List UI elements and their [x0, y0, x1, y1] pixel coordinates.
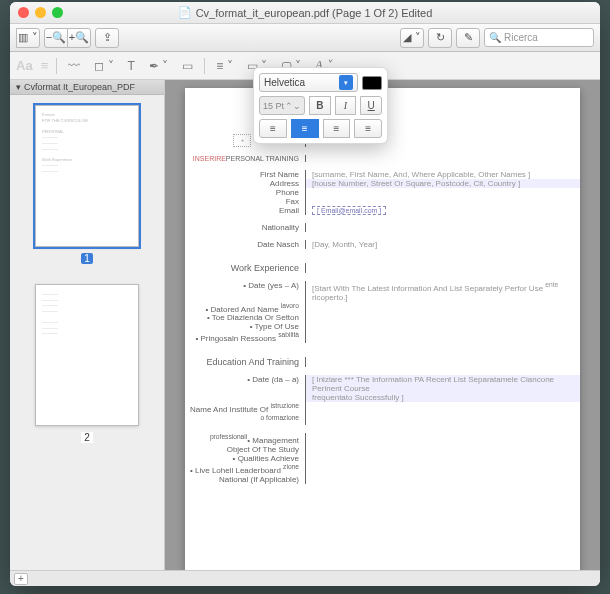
- page-thumbnail-1[interactable]: FormatFOR THE CURRICULUMPERSONAL————————…: [35, 105, 139, 247]
- list-style-button[interactable]: ≡: [41, 58, 49, 73]
- close-window[interactable]: [18, 7, 29, 18]
- minimize-window[interactable]: [35, 7, 46, 18]
- shapes-button[interactable]: ◻ ˅: [91, 59, 116, 73]
- edu-date-value[interactable]: [ Iniziare *** The Information PA Recent…: [312, 375, 554, 393]
- align-justify-button[interactable]: ≡: [354, 119, 382, 138]
- firstname-value[interactable]: [surname, First Name, And, Where Applica…: [305, 170, 580, 179]
- section-personal: PERSONAL TRAINING: [226, 155, 299, 162]
- level-label: • Live Lohell Leaderboard: [190, 466, 281, 475]
- sidebar-toggle[interactable]: ▥ ˅: [16, 28, 40, 48]
- note-button[interactable]: ▭: [179, 59, 196, 73]
- markup-button[interactable]: ✎: [456, 28, 480, 48]
- sketch-button[interactable]: 〰: [65, 59, 83, 73]
- font-color-swatch[interactable]: [362, 76, 382, 90]
- zoom-in-button[interactable]: +🔍: [67, 28, 91, 48]
- thumbnails-sidebar: ▾Cvformat It_European_PDF FormatFOR THE …: [10, 80, 165, 570]
- work-date-label: • Date (yes – A): [185, 281, 305, 302]
- page-label-1: 1: [81, 253, 93, 264]
- align-right-button[interactable]: ≡: [323, 119, 351, 138]
- dob-value[interactable]: [Day, Month, Year]: [305, 240, 580, 249]
- email-label: Email: [185, 206, 305, 215]
- zoom-out-button[interactable]: −🔍: [44, 28, 68, 48]
- add-page-button[interactable]: +: [14, 573, 28, 585]
- italic-button[interactable]: I: [335, 96, 357, 115]
- page-label-2: 2: [81, 432, 93, 443]
- phone-label: Phone: [185, 188, 305, 197]
- font-family-select[interactable]: Helvetica▾: [259, 73, 358, 92]
- firstname-label: First Name: [185, 170, 305, 179]
- edu-date-label: • Date (da – a): [185, 375, 305, 402]
- underline-button[interactable]: U: [360, 96, 382, 115]
- document-area[interactable]: Format FOR THE C ⋆ INSERIREPERSONAL TRAI…: [165, 80, 600, 570]
- align-left-button[interactable]: ≡: [259, 119, 287, 138]
- highlight-button[interactable]: ◢ ˅: [400, 28, 424, 48]
- font-popover: Helvetica▾ 15 Pt⌃⌄ B I U ≡ ≡ ≡ ≡: [253, 67, 388, 144]
- company-label: • Toe Diazienda Or Setton: [185, 313, 305, 322]
- titlebar: 📄Cv_format_it_european.pdf (Page 1 Of 2)…: [10, 2, 600, 24]
- footer: +: [10, 570, 600, 586]
- rotate-button[interactable]: ↻: [428, 28, 452, 48]
- fax-label: Fax: [185, 197, 305, 206]
- eu-flag-icon: ⋆: [233, 134, 251, 147]
- email-value[interactable]: [ Email@email.com ]: [312, 206, 386, 215]
- resp-label: • Pringosaln Ressoons: [195, 334, 276, 343]
- share-button[interactable]: ⇪: [95, 28, 119, 48]
- zoom-window[interactable]: [52, 7, 63, 18]
- section-work: Work Experience: [185, 263, 305, 273]
- main-toolbar: ▥ ˅ −🔍 +🔍 ⇪ ◢ ˅ ↻ ✎ 🔍Ricerca: [10, 24, 600, 52]
- window-title: Cv_format_it_european.pdf (Page 1 Of 2) …: [196, 7, 433, 19]
- national-label: National (If Applicable): [185, 475, 305, 484]
- work-date-value[interactable]: [Start With The Latest Information And L…: [312, 284, 543, 293]
- sidebar-header: ▾Cvformat It_European_PDF: [10, 80, 164, 95]
- text-button[interactable]: T: [125, 59, 138, 73]
- font-size-stepper[interactable]: 15 Pt⌃⌄: [259, 96, 305, 115]
- align-button[interactable]: ≡ ˅: [213, 59, 235, 73]
- address-value[interactable]: [house Number, Street Or Square, Postcod…: [305, 179, 580, 188]
- dob-label: Date Nasch: [185, 240, 305, 249]
- page-thumbnail-2[interactable]: ————————————————————————————: [35, 284, 139, 426]
- sign-button[interactable]: ✒ ˅: [146, 59, 171, 73]
- search-icon: 🔍: [489, 32, 501, 43]
- address-label: Address: [185, 179, 305, 188]
- search-field[interactable]: 🔍Ricerca: [484, 28, 594, 47]
- employer-label: • Datored And Name: [206, 304, 279, 313]
- qual-label: • Qualities Achieve: [185, 454, 305, 463]
- text-style-button[interactable]: Aa: [16, 58, 33, 73]
- institute-label: Name And Institute Of: [190, 405, 268, 414]
- document-icon: 📄: [178, 6, 192, 19]
- bold-button[interactable]: B: [309, 96, 331, 115]
- worktype-label: • Type Of Use: [185, 322, 305, 331]
- page-1: Format FOR THE C ⋆ INSERIREPERSONAL TRAI…: [185, 88, 580, 570]
- section-education: Education And Training: [185, 357, 305, 367]
- align-center-button[interactable]: ≡: [291, 119, 319, 138]
- nationality-label: Nationality: [185, 223, 305, 232]
